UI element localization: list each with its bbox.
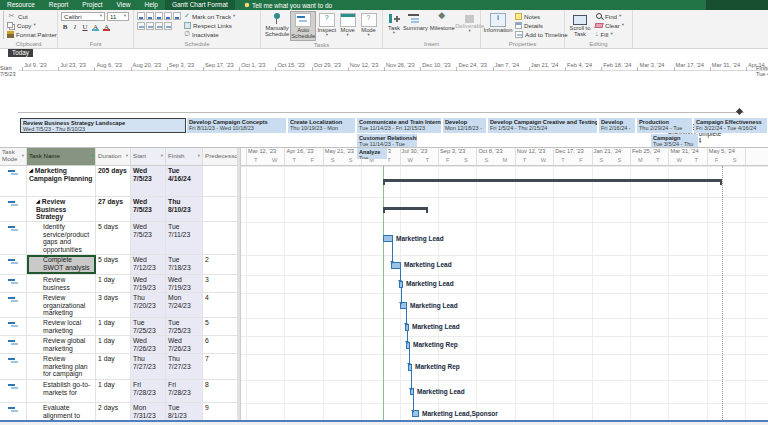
cut-button[interactable]: ✂Cut — [7, 12, 57, 20]
start-cell[interactable]: Thu 7/20/23 — [131, 293, 166, 317]
duration-cell[interactable]: 5 days — [96, 222, 131, 254]
auto-schedule-button[interactable]: Auto Schedule — [290, 11, 316, 41]
milestone-diamond-marker[interactable] — [736, 108, 743, 115]
column-header-task-name[interactable]: Task Name▾ — [27, 147, 96, 165]
start-cell[interactable]: Wed 7/19/23 — [131, 275, 166, 292]
column-header-start[interactable]: Start▾ — [131, 147, 166, 165]
link-tasks-button[interactable] — [137, 22, 145, 30]
start-cell[interactable]: Wed 7/5/23 — [131, 197, 166, 221]
timeline-bar[interactable]: Create LocalizationThu 10/19/23 - Mon — [288, 118, 356, 133]
finish-cell[interactable]: Fri 7/28/23 — [166, 380, 203, 402]
add-to-timeline-button[interactable]: Add to Timeline — [515, 30, 568, 38]
manually-schedule-button[interactable]: Manually Schedule — [264, 11, 290, 39]
respect-links-button[interactable]: Respect Links — [184, 21, 235, 29]
predecessors-cell[interactable]: 4 — [203, 293, 238, 317]
split-task-button[interactable] — [155, 22, 163, 30]
today-button[interactable]: Today — [8, 49, 33, 57]
mark-on-track-button[interactable]: ✓Mark on Track▾ — [184, 12, 235, 20]
task-mode-cell[interactable] — [0, 380, 27, 402]
predecessors-cell[interactable] — [203, 222, 238, 254]
finish-cell[interactable]: Tue 7/18/23 — [166, 255, 203, 274]
predecessors-cell[interactable]: 3 — [203, 275, 238, 292]
start-cell[interactable]: Tue 7/25/23 — [131, 318, 166, 335]
start-cell[interactable]: Wed 7/26/23 — [131, 336, 166, 353]
predecessors-cell[interactable] — [203, 166, 238, 196]
tab-help[interactable]: Help — [138, 0, 165, 10]
filter-arrow-icon[interactable]: ▾ — [91, 153, 93, 160]
unlink-tasks-button[interactable] — [146, 22, 154, 30]
task-name-cell[interactable]: ◢Review Business Strategy Landscape — [27, 197, 96, 221]
filter-arrow-icon[interactable]: ▾ — [126, 153, 128, 160]
timeline-bar[interactable]: CampaignTue 3/5/24 - Thu — [651, 134, 699, 147]
task-name-cell[interactable]: Review marketing plan for campaign — [27, 354, 96, 379]
start-cell[interactable]: Wed 7/5/23 — [131, 222, 166, 254]
details-button[interactable]: Details — [515, 21, 568, 29]
task-bar[interactable] — [383, 235, 393, 242]
move-button[interactable]: Move▾ — [337, 11, 358, 39]
finish-cell[interactable]: Thu 7/27/23 — [166, 354, 203, 379]
timeline-bar[interactable]: Communicate and Train InternalTue 11/14/… — [357, 118, 442, 133]
timeline-bar[interactable]: DevelopMon 12/18/23 - — [443, 118, 487, 133]
task-mode-cell[interactable] — [0, 222, 27, 254]
percent-100-button[interactable] — [173, 12, 181, 20]
start-cell[interactable]: Fri 7/28/23 — [131, 380, 166, 402]
tab-project[interactable]: Project — [75, 0, 109, 10]
gantt-chart-pane[interactable]: Mar 12, '23TWApr 16, '23TFMay 21, '23SSJ… — [241, 147, 768, 425]
finish-cell[interactable]: Thu 8/10/23 — [166, 197, 203, 221]
predecessors-cell[interactable]: 7 — [203, 354, 238, 379]
task-name-cell[interactable]: Establish go-to-markets for — [27, 380, 96, 402]
percent-0-button[interactable] — [137, 12, 145, 20]
task-mode-cell[interactable] — [0, 354, 27, 379]
task-name-cell[interactable]: Review local marketing — [27, 318, 96, 335]
filter-arrow-icon[interactable]: ▾ — [22, 153, 24, 160]
duration-cell[interactable]: 5 days — [96, 255, 131, 274]
summary-bar[interactable] — [383, 207, 428, 213]
task-name-cell[interactable]: Review global marketing — [27, 336, 96, 353]
column-header-predecessors[interactable]: Predecessors▾ — [203, 147, 238, 165]
information-button[interactable]: Information — [484, 11, 512, 35]
start-cell[interactable]: Wed 7/5/23 — [131, 166, 166, 196]
predecessors-cell[interactable]: 2 — [203, 255, 238, 274]
task-mode-cell[interactable] — [0, 255, 27, 274]
finish-cell[interactable]: Tue 4/16/24 — [166, 166, 203, 196]
timeline-bar[interactable]: ProductionThu 2/29/24 - Tue — [637, 118, 693, 133]
tab-view[interactable]: View — [110, 0, 138, 10]
finish-cell[interactable]: Wed 7/26/23 — [166, 336, 203, 353]
predecessors-cell[interactable]: 6 — [203, 336, 238, 353]
font-family-select[interactable]: Calibri▾ — [61, 12, 105, 21]
task-name-cell[interactable]: Complete SWOT analysis — [27, 255, 96, 274]
predecessors-cell[interactable]: 8 — [203, 380, 238, 402]
task-name-cell[interactable]: ◢Marketing Campaign Planning — [27, 166, 96, 196]
timeline-bar[interactable]: Customer RelationshipTue 11/14/23 - Tue — [357, 134, 418, 147]
column-header-task-mode[interactable]: Task Mode▾ — [0, 147, 27, 165]
copy-button[interactable]: Copy▾ — [7, 21, 57, 29]
start-cell[interactable]: Wed 7/12/23 — [131, 255, 166, 274]
task-mode-cell[interactable] — [0, 318, 27, 335]
expand-triangle-icon[interactable]: ◢ — [36, 198, 40, 204]
duration-cell[interactable]: 1 day — [96, 380, 131, 402]
task-mode-cell[interactable] — [0, 166, 27, 196]
insert-task-button[interactable]: Task▾ — [386, 11, 402, 37]
task-name-cell[interactable]: Review organizational marketing — [27, 293, 96, 317]
format-painter-button[interactable]: Format Painter — [7, 30, 57, 38]
filter-arrow-icon[interactable]: ▾ — [161, 153, 163, 160]
inspect-button[interactable]: Inspect▾ — [316, 11, 337, 39]
start-cell[interactable]: Thu 7/27/23 — [131, 354, 166, 379]
notes-button[interactable]: Notes — [515, 12, 568, 20]
percent-75-button[interactable] — [164, 12, 172, 20]
timeline-bar[interactable]: Review Business Strategy LandscapeWed 7/… — [20, 118, 186, 133]
bold-button[interactable]: B — [61, 23, 69, 31]
finish-cell[interactable]: Wed 7/19/23 — [166, 275, 203, 292]
scroll-to-task-button[interactable]: Scroll to Task — [568, 11, 592, 39]
filter-arrow-icon[interactable]: ▾ — [198, 153, 200, 160]
background-color-button[interactable]: A — [91, 23, 100, 31]
task-mode-cell[interactable] — [0, 336, 27, 353]
timeline-bar[interactable]: AnalyzeTue — [357, 148, 388, 159]
task-mode-cell[interactable] — [0, 275, 27, 292]
duration-cell[interactable]: 27 days — [96, 197, 131, 221]
tab-report[interactable]: Report — [42, 0, 76, 10]
fill-button[interactable]: ↓Fill▾ — [595, 30, 624, 38]
duration-cell[interactable]: 3 days — [96, 293, 131, 317]
summary-bar[interactable] — [383, 179, 722, 185]
timeline-bar[interactable]: Develop Campaign Creative and TestingFri… — [488, 118, 598, 133]
